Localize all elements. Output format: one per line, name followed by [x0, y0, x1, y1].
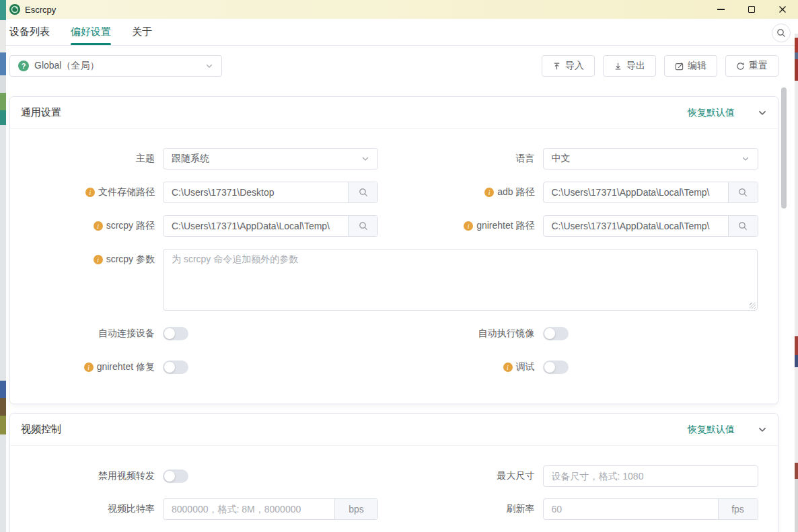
- gnirehtet-path-input[interactable]: [544, 216, 728, 236]
- adb-path-input[interactable]: [544, 182, 728, 202]
- gnirehtet-fix-toggle[interactable]: [163, 360, 188, 374]
- search-icon: [359, 188, 368, 197]
- fps-unit: fps: [718, 499, 758, 519]
- bitrate-unit: bps: [334, 499, 377, 519]
- close-button[interactable]: [767, 0, 798, 19]
- toggle-knob: [164, 471, 175, 482]
- info-icon: [94, 255, 103, 264]
- adb-path-label: adb 路径: [394, 182, 543, 203]
- restore-defaults-link[interactable]: 恢复默认值: [688, 424, 735, 436]
- auto-mirror-field: 自动执行镜像: [394, 323, 778, 344]
- close-icon: [778, 5, 787, 13]
- bitrate-label: 视频比特率: [10, 498, 163, 520]
- desktop-edge-left: [0, 0, 6, 532]
- max-size-field: 最大尺寸: [394, 465, 778, 487]
- collapse-section-button[interactable]: [758, 108, 767, 118]
- scrcpy-path-input-group: [163, 215, 378, 237]
- language-select-value: 中文: [552, 153, 736, 165]
- browse-file-path-button[interactable]: [348, 182, 377, 202]
- gnirehtet-path-field: gnirehtet 路径: [394, 215, 778, 237]
- theme-field: 主题 跟随系统: [10, 148, 394, 169]
- info-icon: [85, 188, 95, 197]
- reset-button[interactable]: 重置: [725, 55, 778, 77]
- tab-device-list[interactable]: 设备列表: [9, 19, 50, 45]
- restore-defaults-link[interactable]: 恢复默认值: [688, 107, 735, 119]
- export-button[interactable]: 导出: [603, 55, 656, 77]
- chevron-down-icon: [361, 155, 369, 163]
- fps-input[interactable]: [544, 499, 718, 519]
- theme-select[interactable]: 跟随系统: [163, 148, 378, 169]
- scrcpy-path-field: scrcpy 路径: [10, 215, 394, 237]
- auto-connect-label: 自动连接设备: [10, 323, 163, 344]
- export-label: 导出: [626, 60, 645, 72]
- browse-scrcpy-path-button[interactable]: [348, 216, 377, 236]
- bitrate-field: 视频比特率 bps: [10, 498, 394, 520]
- adb-path-field: adb 路径: [394, 182, 778, 203]
- window-title: Escrcpy: [25, 5, 56, 15]
- search-icon: [359, 221, 368, 231]
- tab-preferences[interactable]: 偏好设置: [71, 19, 111, 45]
- scrcpy-path-label: scrcpy 路径: [10, 215, 163, 237]
- info-icon: [503, 363, 513, 372]
- import-button[interactable]: 导入: [542, 55, 595, 77]
- scrcpy-args-label: scrcpy 参数: [10, 249, 163, 270]
- edit-button[interactable]: 编辑: [664, 55, 717, 77]
- edit-icon: [675, 62, 684, 71]
- info-icon: [484, 188, 494, 197]
- collapse-section-button[interactable]: [758, 425, 767, 434]
- fps-label: 刷新率: [394, 498, 543, 520]
- file-path-input[interactable]: [164, 182, 348, 202]
- scrcpy-args-wrap: [163, 249, 758, 311]
- scrcpy-args-textarea[interactable]: [163, 249, 758, 311]
- language-select[interactable]: 中文: [543, 148, 758, 169]
- search-button[interactable]: [772, 24, 791, 42]
- info-icon: [84, 363, 94, 372]
- disable-video-forward-toggle[interactable]: [163, 469, 188, 483]
- browse-adb-path-button[interactable]: [728, 182, 758, 202]
- chevron-down-icon: [205, 62, 213, 70]
- language-field: 语言 中文: [394, 148, 778, 169]
- max-size-input[interactable]: [552, 471, 750, 482]
- minimize-button[interactable]: [705, 0, 736, 19]
- toggle-knob: [544, 362, 555, 373]
- max-size-input-wrap: [543, 465, 758, 487]
- info-icon: [464, 221, 473, 231]
- scope-select-value: Global（全局）: [34, 60, 200, 72]
- scope-select[interactable]: Global（全局）: [9, 55, 222, 77]
- theme-label: 主题: [10, 148, 163, 169]
- general-settings-body: 主题 跟随系统 语言 中文: [10, 129, 778, 404]
- gnirehtet-fix-label: gnirehtet 修复: [10, 356, 163, 378]
- max-size-label: 最大尺寸: [394, 465, 543, 487]
- download-icon: [614, 62, 622, 71]
- search-icon: [738, 221, 748, 231]
- maximize-button[interactable]: [736, 0, 767, 19]
- theme-select-value: 跟随系统: [172, 153, 356, 165]
- search-icon: [738, 188, 748, 197]
- debug-toggle[interactable]: [543, 360, 569, 374]
- video-control-header: 视频控制 恢复默认值: [10, 414, 778, 446]
- preferences-page: Global（全局） 导入 导出: [0, 46, 798, 532]
- section-title: 视频控制: [21, 423, 61, 436]
- bitrate-input[interactable]: [164, 499, 334, 519]
- toggle-knob: [164, 328, 175, 339]
- tabbar: 设备列表 偏好设置 关于: [0, 19, 798, 46]
- disable-video-forward-field: 禁用视频转发: [10, 465, 394, 487]
- debug-field: 调试: [394, 356, 778, 378]
- browse-gnirehtet-path-button[interactable]: [728, 216, 758, 236]
- toggle-knob: [544, 328, 555, 339]
- scrollbar-thumb[interactable]: [781, 87, 787, 208]
- gnirehtet-path-input-group: [543, 215, 758, 237]
- adb-path-input-group: [543, 182, 758, 203]
- chevron-down-icon: [758, 108, 767, 118]
- section-title: 通用设置: [21, 106, 61, 119]
- chevron-down-icon: [741, 155, 750, 163]
- scrcpy-path-input[interactable]: [164, 216, 348, 236]
- scrcpy-args-field: scrcpy 参数: [10, 249, 778, 311]
- preferences-toolbar: Global（全局） 导入 导出: [9, 55, 778, 77]
- auto-connect-field: 自动连接设备: [10, 323, 394, 344]
- desktop-edge-right: [795, 34, 798, 532]
- auto-mirror-toggle[interactable]: [543, 327, 569, 340]
- auto-connect-toggle[interactable]: [163, 327, 188, 340]
- reset-label: 重置: [749, 60, 768, 72]
- tab-about[interactable]: 关于: [132, 19, 152, 45]
